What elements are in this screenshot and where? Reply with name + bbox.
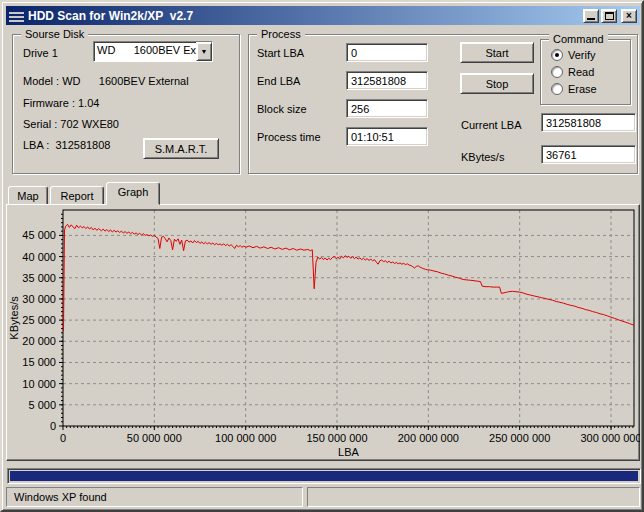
command-group: Command Verify Read Erase: [540, 39, 631, 105]
status-text: Windows XP found: [14, 491, 107, 503]
process-group-label: Process: [257, 28, 305, 40]
svg-text:25 000: 25 000: [22, 314, 56, 326]
radio-verify-icon[interactable]: [551, 49, 563, 61]
radio-verify-label: Verify: [568, 49, 596, 61]
progress-fill: [10, 471, 638, 481]
kbytes-label: KBytes/s: [461, 151, 504, 163]
radio-erase-icon[interactable]: [551, 83, 563, 95]
tab-map[interactable]: Map: [8, 186, 48, 205]
model-text: Model : WD 1600BEV External: [23, 75, 189, 87]
status-bar: Windows XP found: [6, 487, 640, 507]
close-icon: ×: [626, 11, 632, 21]
svg-text:150 000 000: 150 000 000: [306, 432, 367, 444]
drive-combobox[interactable]: WD 1600BEV Ex ▼: [93, 41, 213, 62]
minimize-icon: [587, 18, 595, 20]
tab-graph[interactable]: Graph: [106, 182, 160, 205]
svg-text:100 000 000: 100 000 000: [215, 432, 276, 444]
svg-text:50 000 000: 50 000 000: [127, 432, 182, 444]
process-time-input[interactable]: [346, 127, 428, 146]
title-bar: HDD Scan for Win2k/XP v2.7 ×: [6, 6, 640, 25]
source-disk-group: Sourse Disk Drive 1 WD 1600BEV Ex ▼ Mode…: [12, 34, 240, 174]
radio-read-icon[interactable]: [551, 66, 563, 78]
svg-text:40 000: 40 000: [22, 251, 56, 263]
progress-bar: [7, 468, 641, 484]
end-lba-input[interactable]: [346, 71, 428, 90]
radio-read-label: Read: [568, 66, 594, 78]
status-secondary-panel: [307, 487, 640, 507]
svg-text:20 000: 20 000: [22, 335, 56, 347]
speed-chart: 050 000 000100 000 000150 000 000200 000…: [8, 206, 640, 460]
start-lba-input[interactable]: [346, 43, 428, 62]
svg-text:10 000: 10 000: [22, 378, 56, 390]
drive-label: Drive 1: [23, 47, 58, 59]
maximize-button[interactable]: [601, 9, 617, 23]
block-size-input[interactable]: [346, 99, 428, 118]
svg-text:45 000: 45 000: [22, 229, 56, 241]
command-group-label: Command: [549, 33, 608, 45]
stop-button[interactable]: Stop: [460, 73, 534, 94]
block-size-label: Block size: [257, 103, 307, 115]
app-window: HDD Scan for Win2k/XP v2.7 × Sourse Disk…: [0, 0, 644, 512]
svg-text:300 000 000: 300 000 000: [580, 432, 640, 444]
svg-text:0: 0: [60, 432, 66, 444]
lba-text: LBA : 312581808: [23, 139, 110, 151]
svg-text:35 000: 35 000: [22, 272, 56, 284]
tab-report[interactable]: Report: [50, 186, 104, 205]
process-time-label: Process time: [257, 131, 321, 143]
minimize-button[interactable]: [583, 9, 599, 23]
firmware-text: Firmware : 1.04: [23, 97, 99, 109]
svg-text:200 000 000: 200 000 000: [398, 432, 459, 444]
window-title: HDD Scan for Win2k/XP v2.7: [28, 9, 581, 23]
svg-text:15 000: 15 000: [22, 356, 56, 368]
radio-erase-label: Erase: [568, 83, 597, 95]
current-lba-label: Current LBA: [461, 119, 522, 131]
radio-verify[interactable]: Verify: [551, 49, 596, 61]
source-disk-group-label: Sourse Disk: [21, 28, 88, 40]
app-icon[interactable]: [9, 10, 24, 22]
start-lba-label: Start LBA: [257, 47, 304, 59]
close-button[interactable]: ×: [621, 9, 637, 23]
svg-text:0: 0: [50, 420, 56, 432]
svg-text:250 000 000: 250 000 000: [489, 432, 550, 444]
process-group: Process Start LBA End LBA Block size Pro…: [248, 34, 638, 174]
svg-text:5 000: 5 000: [28, 399, 56, 411]
serial-text: Serial : 702 WXE80: [23, 118, 119, 130]
end-lba-label: End LBA: [257, 75, 300, 87]
graph-tab-page: 050 000 000100 000 000150 000 000200 000…: [6, 204, 640, 461]
svg-text:LBA: LBA: [338, 446, 359, 458]
smart-button[interactable]: S.M.A.R.T.: [143, 138, 219, 159]
radio-erase[interactable]: Erase: [551, 83, 597, 95]
drive-combobox-value: WD 1600BEV Ex: [94, 42, 196, 61]
chevron-down-icon[interactable]: ▼: [196, 42, 212, 61]
current-lba-value: [541, 113, 636, 132]
radio-read[interactable]: Read: [551, 66, 594, 78]
svg-text:30 000: 30 000: [22, 293, 56, 305]
status-message-panel: Windows XP found: [6, 487, 303, 507]
start-button[interactable]: Start: [460, 42, 534, 63]
kbytes-value: [541, 145, 636, 164]
svg-text:KBytes/s: KBytes/s: [8, 296, 20, 340]
maximize-icon: [605, 12, 614, 20]
